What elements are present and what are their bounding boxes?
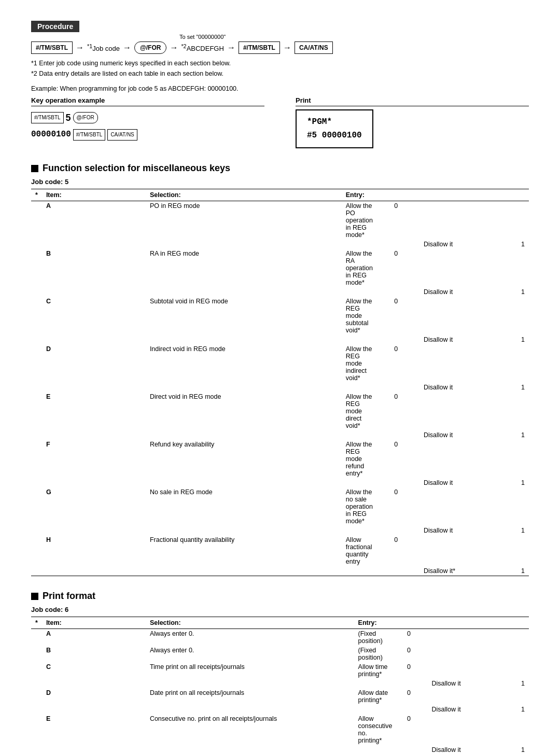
section1: Function selection for miscellaneous key… — [31, 163, 529, 576]
print-line-1: *PGM* — [307, 116, 362, 129]
row-item: Direct void in REG mode — [146, 392, 342, 440]
row-selection: Disallow it — [419, 430, 504, 440]
row-star — [31, 662, 42, 688]
row-selection: Disallow it — [419, 335, 504, 344]
th-item-1: Item: — [42, 189, 146, 201]
row-item: No sale in REG mode — [146, 487, 342, 535]
table-row: GNo sale in REG modeAllow the no sale op… — [31, 487, 529, 526]
key-op-column: Key operation example #/TM/SBTL 5 @/FOR … — [31, 96, 264, 143]
row-letter: G — [42, 487, 146, 535]
flow-arrow-3: → — [170, 43, 178, 52]
table-row: DIndirect void in REG modeAllow the REG … — [31, 344, 529, 383]
section1-job-code: Job code: 5 — [31, 178, 529, 186]
th-item-2: Item: — [42, 617, 146, 629]
row-item: Always enter 0. — [146, 629, 354, 646]
row-selection: Allow fractional quantity entry — [342, 535, 377, 566]
row-entry: 0 — [397, 662, 415, 679]
row-letter: C — [42, 297, 146, 344]
row-selection: (Fixed position) — [354, 646, 397, 662]
row-entry: 1 — [511, 745, 529, 754]
section1-table: * Item: Selection: Entry: APO in REG mod… — [31, 189, 529, 576]
flow-step-3: @/FOR — [134, 41, 166, 54]
row-letter: B — [42, 249, 146, 297]
key-tmsbtl-2: #/TM/SBTL — [73, 129, 106, 141]
flow-step-2: *1Job code — [87, 43, 120, 52]
row-entry: 1 — [504, 566, 529, 576]
row-entry: 1 — [504, 383, 529, 392]
row-entry: 0 — [377, 535, 402, 566]
row-selection: Disallow it — [427, 705, 510, 714]
row-item: Fractional quantity availability — [146, 535, 342, 576]
row-star — [31, 487, 42, 535]
row-entry: 1 — [504, 526, 529, 535]
row-selection: Allow consecutive no. printing* — [354, 714, 397, 745]
table-row: CTime print on all receipts/journalsAllo… — [31, 662, 529, 679]
row-entry: 1 — [504, 240, 529, 249]
row-selection: Disallow it* — [419, 566, 504, 576]
table-row: DDate print on all receipts/journalsAllo… — [31, 688, 529, 705]
row-selection: (Fixed position) — [354, 629, 397, 646]
row-selection: Disallow it — [419, 526, 504, 535]
flow-step-6: CA/AT/NS — [295, 41, 333, 54]
th-selection-1: Selection: — [146, 189, 342, 201]
section1-table-header-row: * Item: Selection: Entry: — [31, 189, 529, 201]
row-star — [31, 535, 42, 576]
row-entry: 0 — [377, 440, 402, 478]
example-table: Key operation example #/TM/SBTL 5 @/FOR … — [31, 96, 529, 148]
row-entry: 1 — [511, 679, 529, 688]
row-entry: 0 — [397, 646, 415, 662]
row-star — [31, 714, 42, 754]
section2: Print format Job code: 6 * Item: Selecti… — [31, 591, 529, 754]
flow-arrow-1: → — [76, 43, 84, 52]
row-selection: Disallow it — [419, 478, 504, 487]
row-selection: Disallow it — [427, 745, 510, 754]
flow-arrow-4: → — [227, 43, 235, 52]
row-star — [31, 392, 42, 440]
th-entry-1: Entry: — [342, 189, 377, 201]
section2-heading: Print format — [31, 591, 529, 602]
row-item: Date print on all receipts/journals — [146, 688, 354, 714]
example-text: Example: When programming for job code 5… — [31, 85, 529, 92]
procedure-label: Procedure — [31, 21, 79, 32]
table-row: BAlways enter 0.(Fixed position)0 — [31, 646, 529, 662]
row-selection: Allow the REG mode refund entry* — [342, 440, 377, 478]
row-item: Refund key availability — [146, 440, 342, 487]
row-entry: 1 — [511, 705, 529, 714]
row-entry: 1 — [504, 478, 529, 487]
print-column: Print *PGM* #5 00000100 — [296, 96, 529, 148]
flow-step-1: #/TM/SBTL — [31, 41, 73, 54]
num-00000100: 00000100 — [31, 127, 71, 142]
section1-heading: Function selection for miscellaneous key… — [31, 163, 529, 174]
row-item: Always enter 0. — [146, 646, 354, 662]
row-entry: 0 — [377, 297, 402, 335]
section2-square-icon — [31, 593, 38, 600]
table-row: FRefund key availabilityAllow the REG mo… — [31, 440, 529, 478]
row-selection: Allow the no sale operation in REG mode* — [342, 487, 377, 526]
row-item: Time print on all receipts/journals — [146, 662, 354, 688]
row-star — [31, 440, 42, 487]
row-item: Indirect void in REG mode — [146, 344, 342, 392]
row-letter: C — [42, 662, 146, 688]
row-star — [31, 646, 42, 662]
table-row: EDirect void in REG modeAllow the REG mo… — [31, 392, 529, 430]
table-row: CSubtotal void in REG modeAllow the REG … — [31, 297, 529, 335]
row-entry: 1 — [504, 430, 529, 440]
th-selection-2: Selection: — [146, 617, 354, 629]
row-star — [31, 201, 42, 249]
row-star — [31, 249, 42, 297]
row-letter: A — [42, 201, 146, 249]
section2-table-header-row: * Item: Selection: Entry: — [31, 617, 529, 629]
table-row: EConsecutive no. print on all receipts/j… — [31, 714, 529, 745]
row-letter: D — [42, 688, 146, 714]
row-selection: Allow time printing* — [354, 662, 397, 679]
row-entry: 0 — [397, 629, 415, 646]
row-entry: 0 — [397, 688, 415, 705]
procedure-section: Procedure #/TM/SBTL → *1Job code → @/FOR… — [31, 21, 529, 79]
row-item: Consecutive no. print on all receipts/jo… — [146, 714, 354, 754]
footnote-1: *1 Enter job code using numeric keys spe… — [31, 58, 529, 68]
row-selection: Disallow it — [419, 287, 504, 297]
row-entry: 0 — [377, 392, 402, 430]
row-selection: Allow the REG mode indirect void* — [342, 344, 377, 383]
row-item: RA in REG mode — [146, 249, 342, 297]
flow-step-4: *2ABCDEFGH — [181, 45, 223, 52]
